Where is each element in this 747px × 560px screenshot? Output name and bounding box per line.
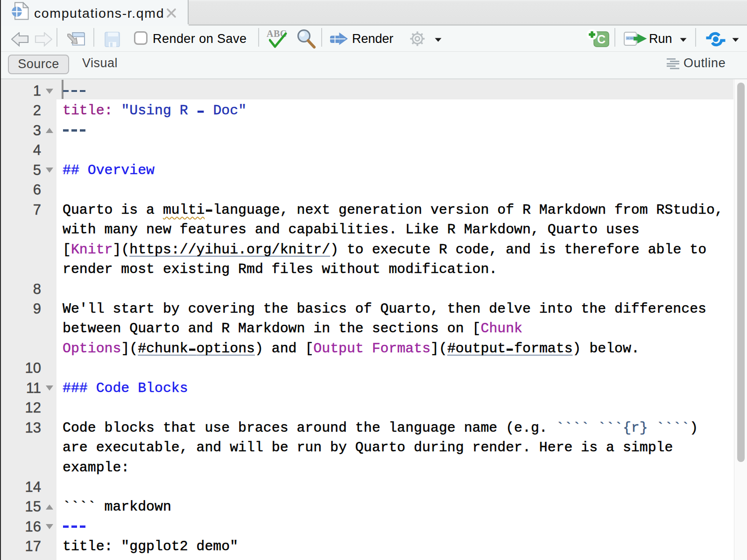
svg-text:C: C <box>597 33 606 46</box>
